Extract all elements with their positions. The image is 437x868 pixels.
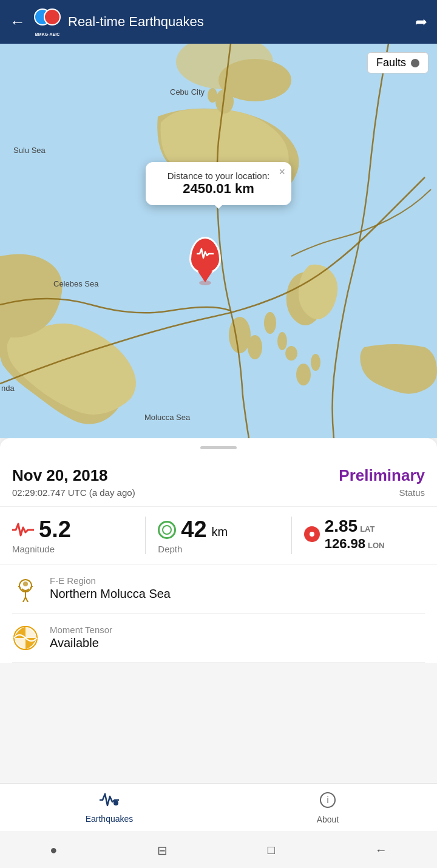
svg-point-4 bbox=[208, 88, 217, 103]
info-panel: Nov 20, 2018 Preliminary 02:29:02.747 UT… bbox=[0, 456, 437, 663]
page-title: Real-time Earthquakes bbox=[68, 14, 415, 30]
svg-line-15 bbox=[30, 586, 33, 588]
depth-unit: km bbox=[212, 525, 228, 539]
map-view[interactable]: Cebu City Davao City Sulu Sea Celebes Se… bbox=[0, 44, 437, 438]
event-time: 02:29:02.747 UTC (a day ago) bbox=[12, 487, 135, 498]
home-button[interactable]: ● bbox=[50, 843, 57, 857]
logo-text: BMKG-AEIC bbox=[35, 32, 59, 36]
pull-bar bbox=[200, 446, 237, 449]
location-icon bbox=[304, 526, 320, 542]
faults-dot-icon bbox=[411, 59, 419, 67]
earthquakes-nav-icon bbox=[100, 792, 119, 812]
back-sys-button[interactable]: ← bbox=[375, 843, 387, 857]
app-logo: BMKG-AEIC bbox=[33, 7, 62, 36]
pull-handle[interactable] bbox=[0, 438, 437, 456]
nav-about[interactable]: i About bbox=[218, 784, 437, 832]
event-date: Nov 20, 2018 bbox=[12, 466, 108, 485]
lat-label: LAT bbox=[360, 524, 374, 534]
app-header: ← BMKG-AEIC Real-time Earthquakes ➦ bbox=[0, 0, 437, 44]
status-sublabel: Status bbox=[399, 487, 425, 498]
pin-wave-icon bbox=[197, 247, 214, 264]
pin-body bbox=[189, 237, 221, 274]
faults-label: Faults bbox=[376, 56, 406, 69]
fe-region-item: F-E Region Northern Molucca Sea bbox=[12, 565, 425, 614]
distance-tooltip: × Distance to your location: 2450.01 km bbox=[146, 162, 291, 205]
bottom-navigation: Earthquakes i About bbox=[0, 783, 437, 832]
event-status: Preliminary bbox=[339, 466, 425, 485]
time-row: 02:29:02.747 UTC (a day ago) Status bbox=[12, 487, 425, 506]
fe-region-sublabel: F-E Region bbox=[50, 575, 171, 586]
square-button[interactable]: □ bbox=[268, 843, 275, 857]
svg-line-14 bbox=[18, 586, 21, 588]
svg-point-17 bbox=[113, 801, 118, 805]
depth-value: 42 bbox=[181, 517, 206, 543]
depth-label: Depth bbox=[158, 544, 182, 554]
earthquake-pin[interactable] bbox=[189, 237, 221, 285]
moment-tensor-sublabel: Moment Tensor bbox=[50, 625, 112, 635]
fe-region-value: Northern Molucca Sea bbox=[50, 587, 171, 601]
lon-value: 126.98 bbox=[325, 536, 365, 552]
depth-stat: 42 km Depth bbox=[145, 517, 291, 554]
lon-label: LON bbox=[368, 541, 384, 550]
share-button[interactable]: ➦ bbox=[415, 13, 427, 30]
back-button[interactable]: ← bbox=[10, 13, 25, 32]
faults-button[interactable]: Faults bbox=[367, 52, 429, 73]
tooltip-close-button[interactable]: × bbox=[279, 166, 285, 178]
magnitude-label: Magnitude bbox=[12, 544, 55, 554]
svg-point-9 bbox=[285, 346, 297, 361]
map-background: Cebu City Davao City Sulu Sea Celebes Se… bbox=[0, 44, 437, 438]
magnitude-stat: 5.2 Magnitude bbox=[12, 517, 145, 554]
svg-point-8 bbox=[277, 332, 287, 350]
tooltip-label: Distance to your location: bbox=[163, 171, 274, 181]
recents-button[interactable]: ⊟ bbox=[157, 843, 168, 858]
svg-text:i: i bbox=[327, 795, 328, 805]
tooltip-distance-value: 2450.01 km bbox=[163, 181, 274, 197]
about-nav-label: About bbox=[317, 815, 339, 824]
svg-point-13 bbox=[23, 581, 28, 586]
location-stat: 2.85 LAT 126.98 LON bbox=[291, 517, 437, 554]
moment-tensor-item: Moment Tensor Available bbox=[12, 614, 425, 663]
svg-point-10 bbox=[296, 364, 311, 385]
moment-tensor-icon bbox=[12, 625, 39, 651]
svg-point-7 bbox=[264, 312, 276, 334]
logo-red-circle bbox=[44, 8, 61, 25]
about-nav-icon: i bbox=[319, 792, 336, 812]
earthquakes-nav-label: Earthquakes bbox=[86, 814, 134, 824]
moment-tensor-value: Available bbox=[50, 636, 112, 650]
date-status-row: Nov 20, 2018 Preliminary bbox=[12, 456, 425, 487]
system-navigation: ● ⊟ □ ← bbox=[0, 832, 437, 868]
magnitude-value: 5.2 bbox=[39, 517, 71, 543]
svg-point-5 bbox=[229, 317, 251, 353]
svg-point-6 bbox=[248, 335, 262, 359]
depth-icon bbox=[158, 521, 176, 539]
lat-value: 2.85 bbox=[325, 517, 358, 536]
nav-earthquakes[interactable]: Earthquakes bbox=[0, 784, 218, 832]
magnitude-icon bbox=[12, 521, 34, 538]
stats-row: 5.2 Magnitude 42 km Depth bbox=[0, 506, 437, 565]
svg-point-11 bbox=[311, 354, 320, 371]
fe-region-icon bbox=[12, 575, 39, 602]
